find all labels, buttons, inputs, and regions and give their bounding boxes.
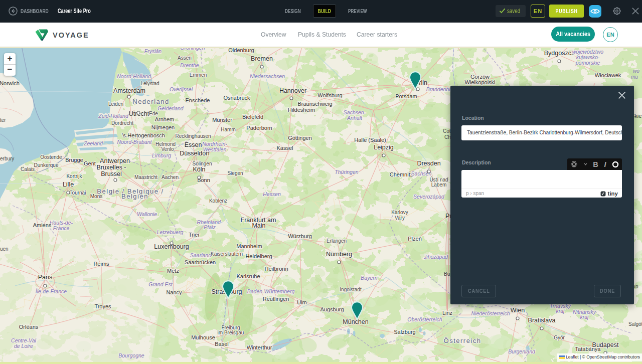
- svg-text:Westfalen: Westfalen: [203, 146, 227, 152]
- svg-text:Siegen: Siegen: [227, 170, 243, 176]
- svg-text:Salzburg: Salzburg: [394, 329, 415, 335]
- svg-text:Niedersachsen: Niedersachsen: [250, 73, 285, 79]
- svg-text:Arnhem: Arnhem: [155, 116, 175, 122]
- svg-text:Noord-Brabant: Noord-Brabant: [117, 139, 152, 145]
- svg-text:Nürnberg: Nürnberg: [326, 251, 352, 258]
- svg-text:Hannover: Hannover: [279, 87, 306, 94]
- svg-text:Amiens: Amiens: [33, 222, 52, 228]
- svg-text:Gent: Gent: [84, 160, 96, 166]
- svg-text:Thüringen: Thüringen: [335, 169, 358, 175]
- svg-text:Reutlingen: Reutlingen: [263, 296, 289, 302]
- svg-text:Bydgoszcz: Bydgoszcz: [544, 50, 574, 57]
- svg-text:Oostende: Oostende: [40, 154, 62, 160]
- svg-text:Leiden: Leiden: [108, 101, 123, 107]
- svg-text:Bu: Bu: [444, 271, 450, 277]
- svg-text:Assen: Assen: [178, 55, 192, 61]
- svg-text:Wolfsburg: Wolfsburg: [317, 92, 342, 98]
- svg-text:Hildesheim: Hildesheim: [288, 107, 315, 113]
- svg-text:Halle (Saale): Halle (Saale): [354, 137, 386, 143]
- svg-text:Dresden: Dresden: [417, 160, 440, 167]
- svg-text:Linz: Linz: [442, 310, 452, 316]
- svg-text:Venlo: Venlo: [161, 146, 174, 152]
- svg-text:Nijmegen: Nijmegen: [151, 124, 175, 130]
- svg-text:Mannheim: Mannheim: [236, 243, 262, 249]
- svg-text:Zuid-Holland: Zuid-Holland: [98, 113, 129, 119]
- svg-text:Main: Main: [252, 222, 265, 229]
- svg-text:Wien: Wien: [511, 307, 525, 314]
- svg-text:Heidelberg: Heidelberg: [245, 253, 272, 259]
- svg-text:Bratislava: Bratislava: [528, 317, 556, 324]
- svg-text:im Breisgau: im Breisgau: [218, 330, 244, 335]
- svg-text:Bourgogne: Bourgogne: [118, 352, 144, 358]
- svg-text:mu: mu: [631, 74, 638, 80]
- svg-text:Österreich: Österreich: [444, 337, 482, 344]
- svg-text:Tournai: Tournai: [70, 190, 86, 196]
- svg-text:Bayern: Bayern: [361, 275, 377, 281]
- svg-text:Saarbrücken: Saarbrücken: [185, 259, 216, 265]
- svg-text:Baden-Württemberg: Baden-Württemberg: [247, 288, 295, 294]
- svg-text:Drenthe: Drenthe: [180, 62, 199, 68]
- svg-text:Severozápad: Severozápad: [413, 194, 445, 200]
- svg-text:Lelystad: Lelystad: [140, 81, 159, 86]
- svg-text:Potsdam: Potsdam: [395, 93, 417, 99]
- svg-text:Ingolstadt: Ingolstadt: [340, 287, 362, 292]
- svg-text:Belgien: Belgien: [121, 193, 148, 200]
- svg-text:Île-de-France: Île-de-France: [36, 288, 67, 294]
- svg-text:Bruxelles -: Bruxelles -: [96, 164, 126, 171]
- svg-text:Hessen: Hessen: [263, 191, 281, 197]
- svg-text:Tatabánya: Tatabánya: [575, 346, 601, 352]
- svg-text:Gelderland: Gelderland: [157, 105, 184, 111]
- svg-text:kraj: kraj: [580, 314, 589, 320]
- svg-text:Limburg: Limburg: [152, 152, 171, 158]
- svg-text:Münster: Münster: [212, 117, 232, 123]
- svg-text:Antwerpen: Antwerpen: [100, 157, 130, 164]
- svg-text:Dordrecht: Dordrecht: [111, 120, 133, 126]
- svg-text:Salgótarján: Salgótarján: [628, 321, 642, 327]
- svg-text:Oldenburg: Oldenburg: [228, 47, 254, 53]
- svg-text:pomorskie: pomorskie: [575, 60, 600, 66]
- svg-text:Calais: Calais: [21, 166, 35, 172]
- svg-text:Köln: Köln: [193, 166, 205, 173]
- svg-text:Erlangen: Erlangen: [327, 238, 347, 244]
- svg-text:ter: ter: [0, 117, 6, 123]
- svg-text:Essen: Essen: [185, 141, 202, 148]
- svg-text:Brussel: Brussel: [101, 170, 122, 177]
- svg-text:Reims: Reims: [93, 261, 109, 267]
- svg-text:Heilbronn: Heilbronn: [264, 266, 288, 272]
- svg-text:kraj: kraj: [556, 308, 565, 314]
- svg-text:Pfalz: Pfalz: [204, 224, 216, 230]
- svg-text:Leipzig: Leipzig: [374, 144, 394, 151]
- svg-text:Metz: Metz: [167, 268, 179, 274]
- svg-text:Kassel: Kassel: [276, 145, 293, 151]
- svg-text:Saarland: Saarland: [190, 252, 212, 258]
- svg-text:Bremen: Bremen: [251, 55, 273, 62]
- svg-text:Oberösterreich: Oberösterreich: [407, 316, 442, 322]
- svg-text:Maastricht: Maastricht: [134, 174, 157, 180]
- svg-text:Braunschweig: Braunschweig: [297, 101, 332, 107]
- svg-text:Fryslân: Fryslân: [144, 48, 162, 54]
- svg-text:Plzeň: Plzeň: [408, 236, 422, 242]
- svg-text:Anhalt: Anhalt: [347, 115, 363, 121]
- svg-text:Burgenland: Burgenland: [508, 348, 536, 354]
- svg-text:Brugge: Brugge: [65, 157, 83, 163]
- svg-text:Augsburg: Augsburg: [320, 306, 344, 312]
- svg-text:Vary: Vary: [395, 215, 405, 221]
- svg-text:Włocławek: Włocławek: [595, 72, 621, 78]
- svg-text:Basel: Basel: [215, 341, 229, 347]
- svg-text:Letzebuerg: Letzebuerg: [157, 229, 184, 235]
- svg-text:Enschede: Enschede: [186, 97, 210, 103]
- svg-text:Göttingen: Göttingen: [288, 135, 312, 141]
- svg-text:Emmen: Emmen: [190, 72, 207, 78]
- svg-text:Paris: Paris: [38, 274, 52, 281]
- svg-text:Winterthur: Winterthur: [247, 344, 272, 350]
- svg-text:uen: uen: [0, 246, 9, 252]
- svg-text:Wallonie: Wallonie: [137, 211, 157, 217]
- svg-text:Recklinghausen: Recklinghausen: [175, 133, 211, 139]
- svg-text:Osnabrück: Osnabrück: [223, 95, 250, 101]
- svg-text:Jihozápad: Jihozápad: [423, 254, 448, 260]
- svg-text:Paderborn: Paderborn: [246, 125, 272, 131]
- svg-text:'s-Hertogenbosch: 's-Hertogenbosch: [122, 132, 165, 138]
- svg-text:Wielkopolski: Wielkopolski: [464, 79, 495, 85]
- svg-text:erbury: erbury: [0, 156, 14, 161]
- svg-text:de Loire: de Loire: [14, 343, 33, 349]
